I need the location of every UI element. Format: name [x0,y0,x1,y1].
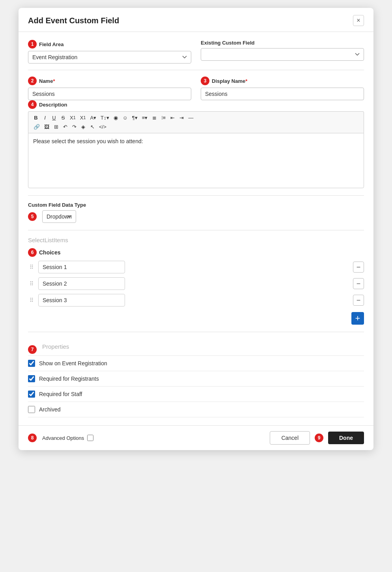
property-row-4: Archived [28,402,364,417]
display-name-label: Display Name [212,78,245,84]
add-choice-row: + [28,310,364,325]
strikethrough-btn[interactable]: S [59,114,67,122]
name-group: 2 Name * [28,77,191,100]
property-row-1: Show on Event Registration [28,355,364,371]
data-type-select[interactable]: Dropdown Text Number Date Checkbox [42,210,76,223]
add-choice-btn[interactable]: + [351,312,364,325]
toolbar-rows: B I U S X1 X1 A▾ T↕▾ ◉ ☺ ¶▾ ≡▾ ≣ ⁝≡ [32,114,195,131]
badge-7: 7 [28,345,37,354]
superscript-btn[interactable]: X1 [78,114,88,122]
description-editor[interactable]: Please select the session you wish to at… [28,133,364,188]
name-display-name-row: 2 Name * 3 Display Name * [28,77,364,100]
choice-input-2[interactable] [38,277,125,290]
unordered-list-btn[interactable]: ⁝≡ [159,114,168,122]
choice-row-3: ⠿ − [28,294,364,307]
existing-custom-field-select[interactable] [201,48,364,61]
description-label-wrapper: 4 Description [28,100,364,109]
advanced-options-label: Advanced Options [42,435,84,441]
properties-title: Properties [42,343,69,350]
modal-body: 1 Field Area Event Registration Existing… [19,32,373,425]
badge-2: 2 [28,77,37,85]
hr-btn[interactable]: — [186,114,195,122]
display-name-group: 3 Display Name * [201,77,364,100]
toolbar-row-2: 🔗 🖼 ⊞ ↶ ↷ ◈ ↖ </> [32,123,195,131]
properties-header: 7 Properties [28,343,364,355]
badge-3: 3 [201,77,209,85]
divider-4 [28,332,364,332]
paragraph-btn[interactable]: ¶▾ [130,114,140,122]
toolbar-row-1: B I U S X1 X1 A▾ T↕▾ ◉ ☺ ¶▾ ≡▾ ≣ ⁝≡ [32,114,195,122]
undo-btn[interactable]: ↶ [61,123,69,131]
name-label-wrapper: 2 Name * [28,77,191,85]
drag-handle-2[interactable]: ⠿ [28,279,35,288]
field-area-select[interactable]: Event Registration [28,51,191,64]
table-btn[interactable]: ⊞ [52,123,60,131]
required-for-registrants-label: Required for Registrants [39,376,99,382]
underline-btn[interactable]: U [50,114,58,122]
italic-btn[interactable]: I [41,114,49,122]
choice-input-3[interactable] [38,294,125,307]
archived-label: Archived [39,406,60,413]
choice-row-1: ⠿ − [28,261,364,273]
field-area-label: Field Area [39,41,63,47]
existing-custom-field-select-wrapper [201,48,364,61]
badge-4: 4 [28,100,37,109]
divider-1 [28,70,364,70]
show-on-event-registration-checkbox[interactable] [28,360,35,367]
font-size-btn[interactable]: T↕▾ [99,114,111,122]
choices-header: 6 Choices [28,248,364,257]
field-area-select-wrapper: Event Registration [28,51,191,64]
display-name-input[interactable] [201,88,364,100]
add-event-custom-field-modal: Add Event Custom Field × 1 Field Area Ev… [19,8,373,450]
drag-handle-1[interactable]: ⠿ [28,262,35,272]
modal-title: Add Event Custom Field [28,16,119,25]
display-name-required-star: * [245,78,247,84]
emoji-btn[interactable]: ☺ [121,114,130,122]
data-type-section: Custom Field Data Type 5 Dropdown Text N… [28,202,364,223]
font-color-btn[interactable]: A▾ [88,114,98,122]
existing-custom-field-group: Existing Custom Field [201,40,364,64]
remove-choice-3-btn[interactable]: − [353,295,364,306]
ordered-list-btn[interactable]: ≣ [150,114,159,122]
advanced-options-checkbox[interactable] [87,435,93,441]
advanced-options-wrapper: 8 Advanced Options [28,434,93,442]
redo-btn[interactable]: ↷ [70,123,78,131]
show-on-event-registration-label: Show on Event Registration [39,360,107,366]
indent-right-btn[interactable]: ⇥ [177,114,186,122]
erase-btn[interactable]: ◈ [79,123,88,131]
pointer-btn[interactable]: ↖ [88,123,97,131]
badge-9: 9 [315,434,323,442]
close-button[interactable]: × [353,15,364,26]
data-type-label: Custom Field Data Type [28,202,364,208]
drag-handle-3[interactable]: ⠿ [28,295,35,305]
bold-btn[interactable]: B [32,114,40,122]
existing-custom-field-label: Existing Custom Field [201,40,364,46]
subscript-btn[interactable]: X1 [68,114,78,122]
required-for-registrants-checkbox[interactable] [28,375,35,382]
remove-choice-2-btn[interactable]: − [353,278,364,289]
divider-2 [28,195,364,196]
required-for-staff-checkbox[interactable] [28,391,35,398]
choice-input-1[interactable] [38,261,125,273]
modal-footer: 8 Advanced Options Cancel 9 Done [19,425,373,450]
image-btn[interactable]: 🖼 [42,123,51,131]
name-required-star: * [53,78,55,84]
link-btn[interactable]: 🔗 [32,123,42,131]
rich-text-toolbar: B I U S X1 X1 A▾ T↕▾ ◉ ☺ ¶▾ ≡▾ ≣ ⁝≡ [28,111,364,133]
name-label: Name [39,78,53,84]
remove-choice-1-btn[interactable]: − [353,262,364,273]
badge-5: 5 [28,212,37,221]
code-btn[interactable]: </> [97,123,108,131]
field-area-label-wrapper: 1 Field Area [28,40,191,49]
align-btn[interactable]: ≡▾ [140,114,150,122]
done-wrapper: 9 Done [315,432,364,444]
fill-color-btn[interactable]: ◉ [112,114,120,122]
indent-left-btn[interactable]: ⇤ [168,114,177,122]
data-type-select-wrapper: Dropdown Text Number Date Checkbox [42,210,76,223]
done-button[interactable]: Done [328,432,364,444]
archived-checkbox[interactable] [28,406,35,413]
cancel-button[interactable]: Cancel [270,431,310,445]
name-input[interactable] [28,88,191,100]
select-list-items-section: SelectListItems 6 Choices ⠿ − ⠿ − [28,237,364,325]
choices-label: Choices [39,249,60,256]
